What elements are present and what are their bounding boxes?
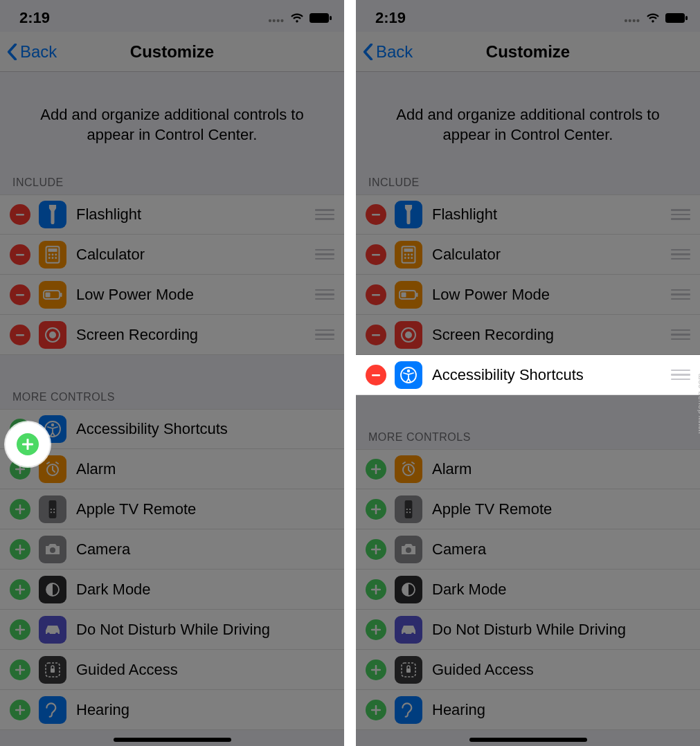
row-label: Calculator bbox=[432, 246, 671, 264]
remove-button[interactable] bbox=[366, 325, 386, 345]
svg-point-42 bbox=[404, 257, 406, 259]
row-dnd-driving[interactable]: Do Not Disturb While Driving bbox=[0, 610, 344, 650]
remove-button[interactable] bbox=[366, 365, 386, 385]
row-accessibility-highlighted[interactable]: Accessibility Shortcuts bbox=[356, 355, 700, 395]
row-hearing[interactable]: Hearing bbox=[356, 690, 700, 730]
status-bar: 2:19 •••• bbox=[0, 0, 344, 32]
row-label: Guided Access bbox=[432, 661, 690, 679]
section-header-include: INCLUDE bbox=[356, 170, 700, 194]
add-button[interactable] bbox=[366, 579, 386, 600]
remove-button[interactable] bbox=[10, 325, 30, 345]
home-indicator[interactable] bbox=[114, 738, 231, 742]
row-calculator[interactable]: Calculator bbox=[0, 235, 344, 275]
row-screenrec[interactable]: Screen Recording bbox=[356, 315, 700, 355]
add-button-highlighted[interactable] bbox=[17, 433, 39, 455]
remove-button[interactable] bbox=[366, 244, 386, 265]
row-lowpower[interactable]: Low Power Mode bbox=[0, 275, 344, 315]
add-button[interactable] bbox=[10, 539, 30, 560]
calculator-icon bbox=[39, 241, 66, 269]
row-dnd-driving[interactable]: Do Not Disturb While Driving bbox=[356, 610, 700, 650]
svg-rect-49 bbox=[372, 334, 380, 336]
home-indicator[interactable] bbox=[469, 738, 587, 742]
row-label: Low Power Mode bbox=[432, 286, 671, 304]
row-appletv[interactable]: Apple TV Remote bbox=[0, 489, 344, 529]
remove-button[interactable] bbox=[10, 244, 30, 265]
chevron-left-icon bbox=[7, 44, 17, 60]
row-lowpower[interactable]: Low Power Mode bbox=[356, 275, 700, 315]
darkmode-icon bbox=[395, 576, 422, 603]
back-label: Back bbox=[20, 42, 57, 62]
row-screenrec[interactable]: Screen Recording bbox=[0, 315, 344, 355]
add-button[interactable] bbox=[10, 659, 30, 680]
drag-handle-icon[interactable] bbox=[315, 329, 334, 340]
status-time: 2:19 bbox=[375, 9, 406, 27]
row-guided[interactable]: Guided Access bbox=[356, 650, 700, 690]
row-label: Hearing bbox=[432, 701, 690, 719]
add-button[interactable] bbox=[10, 499, 30, 520]
svg-rect-47 bbox=[416, 293, 418, 297]
row-flashlight[interactable]: Flashlight bbox=[356, 194, 700, 235]
svg-point-60 bbox=[409, 511, 411, 513]
remove-button[interactable] bbox=[10, 204, 30, 225]
status-time: 2:19 bbox=[19, 9, 50, 27]
svg-rect-36 bbox=[372, 254, 380, 256]
screenshot-left: 2:19 •••• Back Customize Add and organiz… bbox=[0, 0, 344, 746]
lowpower-icon bbox=[39, 281, 66, 309]
svg-rect-3 bbox=[16, 254, 24, 256]
svg-rect-45 bbox=[372, 294, 380, 296]
add-button[interactable] bbox=[366, 459, 386, 480]
add-button[interactable] bbox=[366, 659, 386, 680]
row-darkmode[interactable]: Dark Mode bbox=[0, 570, 344, 610]
row-camera[interactable]: Camera bbox=[0, 529, 344, 570]
remove-button[interactable] bbox=[366, 204, 386, 225]
accessibility-icon bbox=[395, 361, 422, 389]
drag-handle-icon[interactable] bbox=[315, 289, 334, 300]
row-alarm[interactable]: Alarm bbox=[356, 449, 700, 489]
chevron-left-icon bbox=[363, 44, 373, 60]
svg-point-25 bbox=[51, 511, 52, 513]
drag-handle-icon[interactable] bbox=[315, 249, 334, 260]
svg-rect-34 bbox=[685, 16, 688, 20]
add-button[interactable] bbox=[10, 579, 30, 600]
row-guided[interactable]: Guided Access bbox=[0, 650, 344, 690]
add-button[interactable] bbox=[366, 619, 386, 640]
add-button[interactable] bbox=[10, 700, 30, 720]
section-header-more: MORE CONTROLS bbox=[0, 384, 344, 409]
add-button[interactable] bbox=[10, 619, 30, 640]
row-hearing[interactable]: Hearing bbox=[0, 690, 344, 730]
add-button[interactable] bbox=[366, 499, 386, 520]
drag-handle-icon[interactable] bbox=[671, 329, 690, 340]
row-alarm[interactable]: Alarm bbox=[0, 449, 344, 489]
watermark-text: www.deuaq.com bbox=[696, 373, 700, 433]
flashlight-icon bbox=[39, 201, 66, 228]
back-button[interactable]: Back bbox=[356, 42, 413, 62]
description-text: Add and organize additional controls to … bbox=[356, 72, 700, 170]
row-darkmode[interactable]: Dark Mode bbox=[356, 570, 700, 610]
back-button[interactable]: Back bbox=[0, 42, 57, 62]
svg-point-26 bbox=[53, 511, 55, 513]
add-button[interactable] bbox=[366, 539, 386, 560]
row-appletv[interactable]: Apple TV Remote bbox=[356, 489, 700, 529]
add-button[interactable] bbox=[366, 700, 386, 720]
remove-button[interactable] bbox=[10, 284, 30, 305]
row-calculator[interactable]: Calculator bbox=[356, 235, 700, 275]
drag-handle-icon[interactable] bbox=[315, 209, 334, 220]
svg-rect-38 bbox=[404, 248, 413, 252]
row-label: Flashlight bbox=[76, 206, 315, 224]
drag-handle-icon[interactable] bbox=[671, 289, 690, 300]
row-label: Alarm bbox=[432, 460, 690, 478]
svg-rect-52 bbox=[372, 374, 380, 376]
svg-point-61 bbox=[406, 547, 411, 553]
drag-handle-icon[interactable] bbox=[671, 249, 690, 260]
row-camera[interactable]: Camera bbox=[356, 529, 700, 570]
row-flashlight[interactable]: Flashlight bbox=[0, 194, 344, 235]
screenshot-divider bbox=[344, 0, 356, 746]
remove-button[interactable] bbox=[366, 284, 386, 305]
row-label: Do Not Disturb While Driving bbox=[432, 621, 690, 639]
svg-rect-5 bbox=[48, 248, 57, 252]
drag-handle-icon[interactable] bbox=[671, 370, 690, 381]
row-label: Accessibility Shortcuts bbox=[432, 366, 671, 384]
car-icon bbox=[39, 616, 66, 644]
drag-handle-icon[interactable] bbox=[671, 209, 690, 220]
row-accessibility[interactable]: Accessibility Shortcuts bbox=[0, 409, 344, 449]
